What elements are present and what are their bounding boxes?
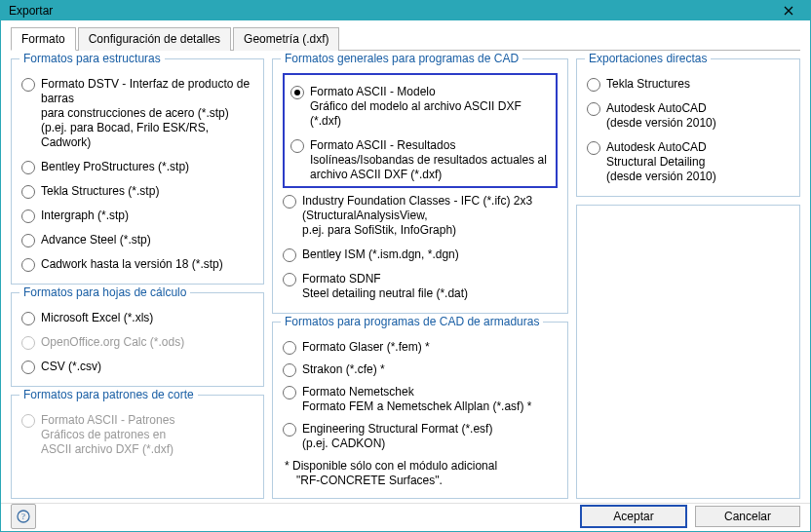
radio-tekla-direct[interactable] [587, 78, 600, 92]
group-formatos-generales-cad: Formatos generales para programas de CAD… [272, 58, 568, 314]
footnote-module: * Disponible sólo con el módulo adiciona… [283, 459, 558, 488]
col-right: Exportaciones directas Tekla Structures … [576, 58, 800, 499]
radio-strakon[interactable] [283, 363, 296, 377]
radio-ascii-resultados[interactable] [290, 139, 304, 153]
radio-dstv[interactable] [21, 78, 35, 92]
label-ifc: Industry Foundation Classes - IFC (*.ifc… [302, 194, 532, 238]
radio-esf[interactable] [283, 423, 296, 437]
label-glaser: Formato Glaser (*.fem) * [302, 340, 430, 355]
close-button[interactable] [775, 1, 802, 20]
label-sdnf: Formato SDNF Steel detailing neutral fil… [302, 272, 468, 301]
group-formatos-patrones-corte: Formatos para patrones de corte Formato … [11, 395, 264, 499]
radio-ascii-modelo[interactable] [290, 86, 304, 99]
radio-intergraph[interactable] [21, 209, 35, 223]
label-excel: Microsoft Excel (*.xls) [41, 311, 153, 325]
radio-bentley-ism[interactable] [283, 248, 296, 262]
radio-openoffice [21, 336, 35, 350]
cancel-button[interactable]: Cancelar [695, 506, 800, 527]
radio-excel[interactable] [21, 312, 35, 325]
group-empty-right [576, 205, 800, 499]
group-title: Formatos generales para programas de CAD [281, 52, 522, 65]
tab-config-detalles[interactable]: Configuración de detalles [78, 27, 231, 51]
radio-autocad-structural[interactable] [587, 141, 600, 155]
tab-content: Formatos para estructuras Formato DSTV -… [11, 51, 800, 499]
dialog-footer: ? Aceptar Cancelar [1, 503, 810, 532]
tab-strip: Formato Configuración de detalles Geomet… [11, 26, 800, 51]
radio-sdnf[interactable] [283, 273, 296, 286]
label-strakon: Strakon (*.cfe) * [302, 362, 385, 377]
help-icon: ? [17, 510, 30, 523]
group-title: Formatos para programas de CAD de armadu… [281, 315, 543, 328]
tab-geometria-dxf[interactable]: Geometría (.dxf) [233, 27, 339, 51]
radio-csv[interactable] [21, 361, 35, 374]
label-csv: CSV (*.csv) [41, 360, 101, 374]
label-esf: Engineering Structural Format (*.esf) (p… [302, 422, 492, 451]
radio-advance-steel[interactable] [21, 234, 35, 247]
label-dstv: Formato DSTV - Interfaz de producto de b… [41, 77, 253, 150]
label-ascii-resultados: Formato ASCII - Resultados Isolíneas/Iso… [310, 138, 547, 182]
radio-autocad[interactable] [587, 102, 600, 116]
col-left: Formatos para estructuras Formato DSTV -… [11, 58, 264, 499]
label-tekla-structures-stp: Tekla Structures (*.stp) [41, 184, 159, 199]
label-bentley-prostructures: Bentley ProStructures (*.stp) [41, 160, 189, 174]
label-advance-steel: Advance Steel (*.stp) [41, 233, 151, 247]
label-autocad: Autodesk AutoCAD (desde versión 2010) [606, 101, 716, 131]
dialog-body: Formato Configuración de detalles Geomet… [1, 20, 810, 503]
label-ascii-patrones: Formato ASCII - Patrones Gráficos de pat… [41, 413, 174, 457]
highlight-ascii-options: Formato ASCII - Modelo Gráfico del model… [283, 73, 558, 188]
group-title: Formatos para patrones de corte [19, 388, 198, 401]
group-title: Formatos para hojas de cálculo [19, 285, 190, 299]
label-bentley-ism: Bentley ISM (*.ism.dgn, *.dgn) [302, 247, 459, 262]
ok-button[interactable]: Aceptar [580, 505, 687, 528]
titlebar: Exportar [1, 1, 810, 20]
radio-cadwork18[interactable] [21, 258, 35, 272]
label-ascii-modelo: Formato ASCII - Modelo Gráfico del model… [310, 85, 550, 129]
radio-nemetschek[interactable] [283, 386, 296, 399]
radio-ascii-patrones [21, 414, 35, 428]
group-title: Formatos para estructuras [19, 52, 165, 65]
label-openoffice: OpenOffice.org Calc (*.ods) [41, 335, 184, 350]
radio-ifc[interactable] [283, 195, 296, 209]
group-exportaciones-directas: Exportaciones directas Tekla Structures … [576, 58, 800, 197]
radio-tekla-structures-stp[interactable] [21, 185, 35, 199]
group-formatos-hojas-calculo: Formatos para hojas de cálculo Microsoft… [11, 292, 264, 387]
group-title: Exportaciones directas [585, 52, 711, 65]
help-button[interactable]: ? [11, 504, 36, 529]
col-mid: Formatos generales para programas de CAD… [272, 58, 568, 499]
svg-text:?: ? [21, 512, 25, 521]
label-autocad-structural: Autodesk AutoCAD Structural Detailing (d… [606, 140, 716, 184]
label-tekla-direct: Tekla Structures [606, 77, 690, 92]
window-title: Exportar [9, 4, 775, 18]
close-icon [784, 6, 793, 16]
radio-bentley-prostructures[interactable] [21, 161, 35, 174]
group-formatos-cad-armaduras: Formatos para programas de CAD de armadu… [272, 322, 568, 499]
radio-glaser[interactable] [283, 341, 296, 355]
label-intergraph: Intergraph (*.stp) [41, 209, 129, 223]
group-formatos-estructuras: Formatos para estructuras Formato DSTV -… [11, 58, 264, 285]
label-cadwork18: Cadwork hasta la versión 18 (*.stp) [41, 257, 223, 272]
tab-formato[interactable]: Formato [11, 27, 76, 51]
label-nemetschek: Formato Nemetschek Formato FEM a Nemetsc… [302, 385, 531, 414]
